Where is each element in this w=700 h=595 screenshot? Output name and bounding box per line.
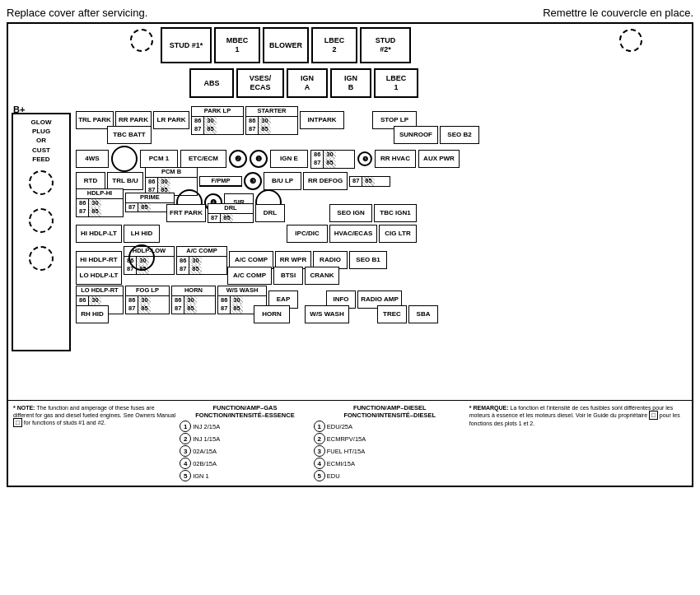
fuse-seo-ign: SEO IGN [329,204,372,222]
fuse-row-2: TBC BATT SUNROOF SEO B2 [107,126,479,144]
fuse-row-6: HI HDLP-LT LH HID IPC/DIC HVAC/ECAS CIG … [76,225,417,243]
second-fuse-row: ABS VSES/ECAS IGNA IGNB LBEC1 [189,68,418,98]
legend-note: * NOTE: The function and amperage of the… [13,404,176,483]
fuse-etc-ecm: ETC/ECM [180,150,226,168]
fuse-lbec1: LBEC1 [374,68,418,98]
top-fuse-row: STUD #1* MBEC1 BLOWER LBEC2 STUD#2* [161,27,411,63]
legend-area: * NOTE: The function and amperage of the… [8,400,692,486]
fuse-bu-lp: B/U LP [264,172,301,190]
fuse-aux-pwr: AUX PWR [418,150,460,168]
fuse-rh-hid: RH HID [76,305,109,323]
fuse-diagram: STUD #1* MBEC1 BLOWER LBEC2 STUD#2* ABS … [7,22,693,487]
circle-num-1: ❶ [250,150,268,168]
fuse-drl: DRL [255,204,285,222]
fuse-trec: TREC [377,305,407,323]
fuse-tbc-batt: TBC BATT [107,126,152,144]
relay-drl: DRL 87 85 [208,203,254,223]
fuse-cig-ltr: CIG LTR [379,225,417,243]
left-circle-3 [29,246,54,271]
circle-num-2: ❷ [229,150,247,168]
fuse-ipc-dic: IPC/DIC [287,225,328,243]
relay-hdlp-hi: HDLP-HI 86 30 87 85 [76,188,124,217]
fuse-horn-label: HORN [254,305,290,323]
circle-num-5: ❺ [357,151,372,166]
relay-park-lp-label: PARK LP [192,107,243,117]
header: Replace cover after servicing. Remettre … [7,7,693,19]
left-circle-2 [29,208,54,233]
relay-5: 86 30 87 85 [310,150,355,169]
fuse-row-8b: RH HID HORN W/S WASH TREC SBA [76,305,438,323]
fuse-lbec2: LBEC2 [311,27,357,63]
fuse-abs: ABS [189,68,234,98]
fuse-hvac-ecas: HVAC/ECAS [329,225,377,243]
fuse-ac-comp2: A/C COMP [227,267,272,285]
page-container: Replace cover after servicing. Remettre … [0,0,700,595]
fuse-tbc-ign1: TBC IGN1 [374,204,417,222]
legend-diesel: FUNCTION/AMP–DIESELFONCTION/INTENSITÉ–DI… [314,404,466,483]
circle-large-4 [128,244,155,271]
fuse-crank: CRANK [305,267,339,285]
circle-num-3: ❸ [244,172,262,190]
fuse-ign-e: IGN E [270,150,308,168]
fuse-ws-wash-label: W/S WASH [305,305,349,323]
fuse-row-5b: FRT PARK DRL 87 85 DRL SEO IGN TBC IGN1 [166,203,417,223]
fuse-ign-a: IGNA [287,68,328,98]
fuse-rr-hvac: RR HVAC [375,150,416,168]
relay-fpmp: F/PMP [199,176,242,188]
fuse-sba: SBA [408,305,438,323]
fuse-seo-b1: SEO B1 [349,251,387,269]
left-panel-text: GLOWPLUGORCUSTFEED [31,118,52,164]
fuse-frt-park: FRT PARK [166,204,206,222]
fuse-sunroof: SUNROOF [394,126,438,144]
relay-rr-defog: 87 85 [349,176,390,187]
fuse-4ws: 4WS [76,150,109,168]
connector-circle-2 [619,29,642,52]
fuse-hi-hdlp-lt: HI HDLP-LT [76,225,122,243]
fuse-rr-defog: RR DEFOG [303,172,348,190]
fuse-trl-bu: TRL B/U [107,172,143,190]
fuse-mbec1: MBEC1 [214,27,260,63]
fuse-stud1: STUD #1* [161,27,212,63]
fuse-seo-b2: SEO B2 [440,126,479,144]
fuse-lh-hid: LH HID [124,225,160,243]
fuse-lo-hdlp-lt: LO HDLP-LT [76,267,122,285]
fuse-rtd: RTD [76,172,105,190]
fuse-btsi: BTSI [273,267,303,285]
fuse-ign-b: IGNB [330,68,371,98]
fuse-stud2: STUD#2* [360,27,411,63]
fuse-blower: BLOWER [263,27,309,63]
legend-remarque: * REMARQUE: La fonction et l'intensité d… [469,404,687,483]
relay-starter-label: STARTER [246,107,297,117]
legend-gas: FUNCTION/AMP–GASFONCTION/INTENSITÉ–ESSEN… [180,404,310,483]
header-right: Remettre le couvercle en place. [543,7,693,19]
left-circle-1 [29,170,54,195]
connector-circle-1 [130,29,153,52]
left-panel: GLOWPLUGORCUSTFEED [12,113,71,351]
fuse-row-7b: LO HDLP-LT A/C COMP BTSI CRANK [76,267,339,285]
header-left: Replace cover after servicing. [7,7,147,19]
fuse-pcm1: PCM 1 [140,150,178,168]
fuse-vses-ecas: VSES/ECAS [236,68,284,98]
